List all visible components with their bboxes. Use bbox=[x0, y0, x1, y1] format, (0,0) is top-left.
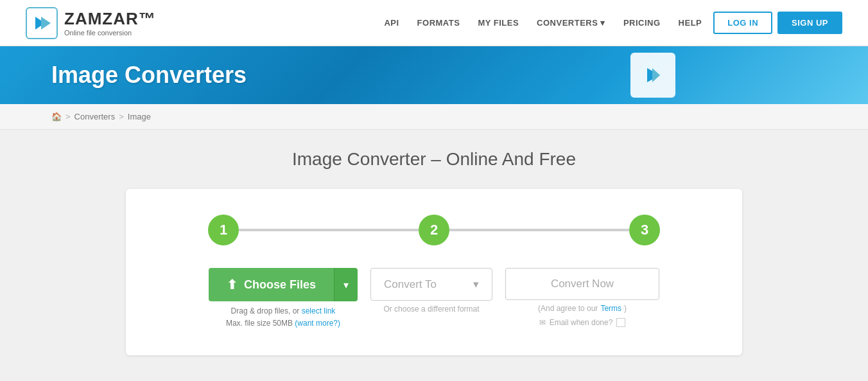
login-button[interactable]: LOG IN bbox=[713, 12, 772, 34]
converter-card: 1 2 3 ⬆ Choose Files ▾ Dra bbox=[126, 189, 742, 355]
nav-api[interactable]: API bbox=[378, 13, 405, 33]
breadcrumb-current: Image bbox=[128, 112, 151, 121]
breadcrumb-home[interactable]: 🏠 bbox=[51, 112, 62, 121]
step-3: 3 bbox=[629, 215, 660, 245]
main-content: Image Converter – Online And Free 1 2 3 … bbox=[0, 130, 868, 381]
choose-files-info: Drag & drop files, or select link Max. f… bbox=[226, 305, 340, 330]
nav-pricing[interactable]: PRICING bbox=[617, 13, 667, 33]
convert-to-label: Convert To bbox=[384, 278, 437, 291]
breadcrumb: 🏠 > Converters > Image bbox=[0, 104, 868, 130]
action-row: ⬆ Choose Files ▾ Drag & drop files, or s… bbox=[158, 268, 710, 330]
zamzar-logo-icon bbox=[26, 7, 58, 39]
email-checkbox[interactable] bbox=[616, 318, 625, 327]
envelope-icon: ✉ bbox=[539, 318, 546, 327]
select-link[interactable]: select link bbox=[302, 306, 336, 315]
steps-row: 1 2 3 bbox=[158, 215, 710, 245]
svg-marker-3 bbox=[652, 68, 660, 82]
choose-files-dropdown[interactable]: ▾ bbox=[334, 268, 358, 301]
nav-formats[interactable]: FORMATS bbox=[411, 13, 467, 33]
convert-to-subtitle: Or choose a different format bbox=[383, 305, 479, 314]
breadcrumb-sep1: > bbox=[65, 112, 71, 121]
chevron-down-icon: ▾ bbox=[343, 279, 349, 290]
terms-link[interactable]: Terms bbox=[600, 304, 621, 313]
logo-name: ZAMZAR™ bbox=[64, 9, 156, 29]
agree-close: ) bbox=[624, 304, 627, 313]
choose-files-btn-group: ⬆ Choose Files ▾ bbox=[209, 268, 358, 301]
step-line-1 bbox=[239, 229, 419, 231]
convert-to-section: Convert To ▾ Or choose a different forma… bbox=[370, 268, 492, 314]
trademark: ™ bbox=[139, 9, 156, 28]
chevron-down-icon: ▾ bbox=[600, 18, 605, 28]
logo-text: ZAMZAR™ Online file conversion bbox=[64, 9, 156, 37]
choose-files-button[interactable]: ⬆ Choose Files bbox=[209, 268, 334, 301]
breadcrumb-converters[interactable]: Converters bbox=[74, 112, 116, 121]
email-when-done-label: Email when done? bbox=[550, 318, 613, 327]
step-line-2 bbox=[449, 229, 629, 231]
signup-button[interactable]: SIGN UP bbox=[777, 12, 842, 34]
nav-my-files[interactable]: MY FILES bbox=[471, 13, 525, 33]
convert-now-button[interactable]: Convert Now bbox=[505, 268, 659, 300]
logo-subtitle: Online file conversion bbox=[64, 29, 156, 37]
convert-now-section: Convert Now (And agree to our Terms ) ✉ … bbox=[505, 268, 659, 327]
nav-help[interactable]: HELP bbox=[672, 13, 709, 33]
breadcrumb-sep2: > bbox=[119, 112, 124, 121]
logo-area: ZAMZAR™ Online file conversion bbox=[26, 7, 156, 39]
page-title: Image Converter – Online And Free bbox=[51, 149, 817, 170]
step-2: 2 bbox=[419, 215, 449, 245]
convert-to-dropdown[interactable]: Convert To ▾ bbox=[370, 268, 492, 301]
agree-text: (And agree to our bbox=[538, 304, 598, 313]
drag-drop-text: Drag & drop files, or bbox=[231, 306, 300, 315]
email-row: ✉ Email when done? bbox=[539, 318, 626, 327]
step-1: 1 bbox=[208, 215, 239, 245]
main-nav: API FORMATS MY FILES CONVERTERS ▾ PRICIN… bbox=[378, 12, 842, 34]
choose-files-section: ⬆ Choose Files ▾ Drag & drop files, or s… bbox=[209, 268, 358, 330]
hero-banner: Image Converters bbox=[0, 46, 868, 104]
max-size-text: Max. file size 50MB bbox=[226, 319, 293, 328]
hero-title: Image Converters bbox=[51, 62, 247, 89]
header: ZAMZAR™ Online file conversion API FORMA… bbox=[0, 0, 868, 46]
want-more-link[interactable]: (want more?) bbox=[295, 319, 340, 328]
terms-text: (And agree to our Terms ) bbox=[538, 304, 627, 313]
upload-icon: ⬆ bbox=[227, 277, 238, 292]
dropdown-arrow-icon: ▾ bbox=[473, 278, 479, 291]
nav-converters[interactable]: CONVERTERS ▾ bbox=[530, 13, 612, 33]
hero-play-icon bbox=[630, 53, 675, 98]
svg-marker-1 bbox=[41, 17, 51, 30]
choose-files-label: Choose Files bbox=[244, 278, 316, 292]
zamzar-wordmark: ZAMZAR bbox=[64, 9, 139, 28]
nav-converters-label: CONVERTERS bbox=[537, 18, 598, 28]
